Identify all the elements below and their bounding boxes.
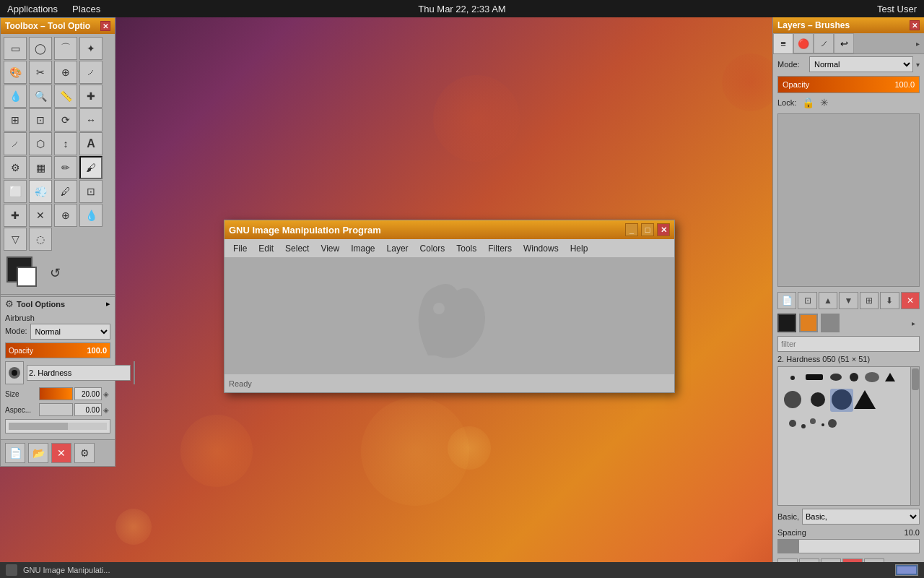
spacing-slider[interactable] [777,539,920,553]
layer-new-button[interactable]: 📄 [777,292,796,309]
tool-select-by-color[interactable]: 🎨 [4,61,27,84]
tool-crop[interactable]: ⊡ [29,108,52,131]
svg-point-1 [12,370,17,376]
svg-point-2 [433,303,445,314]
spacing-label: Spacing [777,528,806,537]
svg-point-15 [810,418,816,424]
menu-colors[interactable]: Colors [414,242,451,255]
tool-zoom[interactable]: 🔍 [29,85,52,108]
tool-measure[interactable]: 📏 [54,85,77,108]
tool-ink[interactable]: 🖊 [54,180,77,203]
new-image-button[interactable]: 📄 [5,443,25,463]
tool-smudge[interactable]: ⊕ [54,204,77,227]
brush-filter-input[interactable] [777,336,920,352]
layers-tab-paths[interactable]: ⟋ [814,33,834,53]
menu-select[interactable]: Select [279,242,315,255]
tool-move[interactable]: ✚ [79,85,103,108]
brush-set-select[interactable]: Basic, [802,509,920,525]
layers-opacity-slider[interactable]: Opacity 100.0 [777,76,920,93]
desktop: Toolbox – Tool Optio ✕ ▭ ◯ ⌒ ✦ 🎨 ✂ ⊕ ⟋ 💧… [0,17,924,578]
menu-layer[interactable]: Layer [381,242,414,255]
tool-flip[interactable]: ↕ [54,132,77,155]
color-fg-bg[interactable] [6,256,44,290]
menu-view[interactable]: View [315,242,345,255]
layers-lock-alpha-icon[interactable]: ✳ [820,97,829,108]
layer-preview-area [777,113,920,287]
menu-edit[interactable]: Edit [253,242,279,255]
size-slider[interactable] [39,387,73,400]
mode-select[interactable]: Normal [30,324,110,340]
layer-move-up-button[interactable]: ▲ [819,292,837,309]
tool-blur[interactable]: ◌ [29,228,52,251]
layers-tab-channels[interactable]: 🔴 [793,33,814,53]
tool-desaturate[interactable]: ▽ [4,228,27,251]
preferences-button[interactable]: ⚙ [74,443,95,463]
tool-paintbrush[interactable]: 🖌 [79,156,103,179]
tool-eraser[interactable]: ⬜ [4,180,27,203]
aspect-slider[interactable] [39,403,73,416]
tool-perspective-clone[interactable]: ✕ [29,204,52,227]
tool-paths[interactable]: ⟋ [79,61,103,84]
tool-rotate[interactable]: ⟳ [54,108,77,131]
tool-rect-select[interactable]: ▭ [4,37,27,60]
applications-menu[interactable]: Applications [7,4,58,14]
menu-filters[interactable]: Filters [482,242,518,255]
tool-fuzzy-select[interactable]: ✦ [79,37,103,60]
brush-name-input[interactable] [27,365,131,381]
layers-close-button[interactable]: ✕ [910,20,920,30]
brush-panel-more[interactable]: ▸ [907,314,920,332]
places-menu[interactable]: Places [72,4,100,14]
tool-align[interactable]: ⊞ [4,108,27,131]
layers-tab-undo[interactable]: ↩ [834,33,854,53]
tool-dodge-burn[interactable]: 💧 [79,204,103,227]
tool-clone[interactable]: ⊡ [79,180,103,203]
tool-blend[interactable]: ▦ [29,156,52,179]
tool-color-picker[interactable]: 💧 [4,85,27,108]
tool-heal[interactable]: ✚ [4,204,27,227]
layers-mode-select[interactable]: Normal [809,56,913,72]
gimp-minimize-button[interactable]: _ [625,223,638,236]
tool-text[interactable]: A [79,132,103,155]
brush-preview[interactable] [5,361,24,384]
tool-shear[interactable]: ⟋ [4,132,27,155]
menu-windows[interactable]: Windows [518,242,565,255]
statusbar: GNU Image Manipulati... [0,562,924,578]
background-color[interactable] [17,267,37,287]
brush-set-name: Basic, [777,512,799,521]
layer-flatten-button[interactable]: ⬇ [880,292,899,309]
tool-perspective[interactable]: ⬡ [29,132,52,155]
layer-duplicate-button[interactable]: ⊡ [798,292,816,309]
menu-file[interactable]: File [227,242,253,255]
menu-tools[interactable]: Tools [450,242,482,255]
gimp-maximize-button[interactable]: □ [641,223,654,236]
delete-button[interactable]: ✕ [51,443,71,463]
brush-tab-dark[interactable] [777,314,796,332]
layer-merge-button[interactable]: ⊞ [860,292,879,309]
tool-airbrush[interactable]: 💨 [29,180,52,203]
open-image-button[interactable]: 📂 [28,443,48,463]
tool-pencil[interactable]: ✏ [54,156,77,179]
brush-grid-scrollbar[interactable] [910,367,919,505]
layers-tab-layers[interactable]: ≡ [773,33,793,53]
angle-scrollbar[interactable] [9,423,107,430]
color-reset-icon[interactable]: ↺ [50,265,61,281]
toolbox-close-button[interactable]: ✕ [100,21,110,31]
layer-move-down-button[interactable]: ▼ [839,292,858,309]
brush-tab-gray[interactable] [821,314,840,332]
tool-ellipse-select[interactable]: ◯ [29,37,52,60]
tool-options-arrow[interactable]: ▸ [106,299,110,309]
layers-lock-position-icon[interactable]: 🔒 [802,97,814,108]
menu-help[interactable]: Help [565,242,594,255]
opacity-slider[interactable]: Opacity 100.0 [5,342,110,358]
layer-delete-button[interactable]: ✕ [901,292,920,309]
tool-bucket-fill[interactable]: ⚙ [4,156,27,179]
tool-foreground-select[interactable]: ⊕ [54,61,77,84]
brush-tab-orange[interactable] [799,314,818,332]
gimp-close-button[interactable]: ✕ [657,223,670,236]
tool-scissors[interactable]: ✂ [29,61,52,84]
brush-scrollbar[interactable] [134,361,135,384]
menu-image[interactable]: Image [345,242,380,255]
tool-free-select[interactable]: ⌒ [54,37,77,60]
tool-scale[interactable]: ↔ [79,108,103,131]
layers-tab-more[interactable]: ▸ [911,33,924,53]
